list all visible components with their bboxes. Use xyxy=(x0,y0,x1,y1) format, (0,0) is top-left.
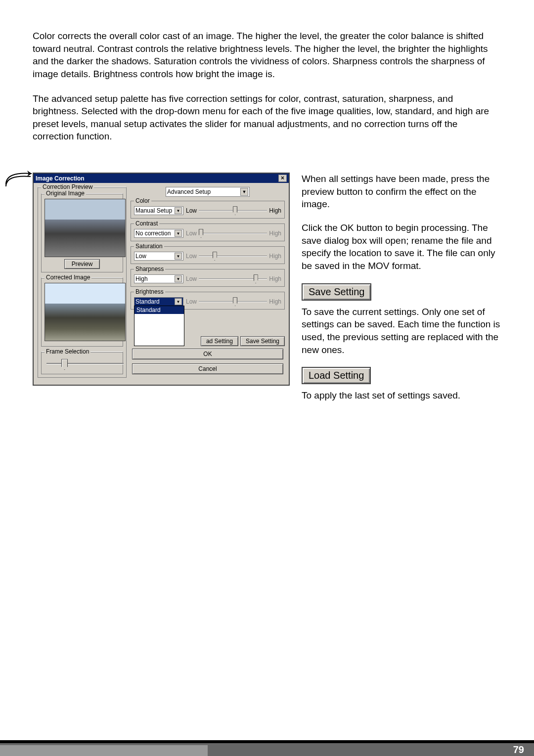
save-setting-button[interactable]: Save Setting xyxy=(240,336,285,346)
brightness-slider-thumb xyxy=(233,297,237,306)
load-setting-sample-button[interactable]: Load Setting xyxy=(302,367,371,384)
sharpness-group: Sharpness High ▼ Low High xyxy=(131,269,285,287)
pointer-arrow-icon xyxy=(5,168,44,187)
dialog-titlebar[interactable]: Image Correction × xyxy=(34,174,289,183)
sharpness-slider: Low High xyxy=(186,275,281,282)
slider-low-label: Low xyxy=(186,230,197,237)
setup-mode-select[interactable]: Advanced Setup ▼ xyxy=(166,187,250,197)
frame-slider[interactable] xyxy=(44,358,126,371)
brightness-select-value: Standard xyxy=(135,298,160,305)
chevron-down-icon[interactable]: ▼ xyxy=(175,275,182,282)
saturation-select-value: Low xyxy=(135,253,146,260)
save-setting-sample-button[interactable]: Save Setting xyxy=(302,283,371,301)
slider-high-label: High xyxy=(269,298,281,305)
slider-low-label: Low xyxy=(186,253,197,260)
cancel-button[interactable]: Cancel xyxy=(132,363,283,374)
brightness-slider: Low High xyxy=(186,298,281,305)
chevron-down-icon[interactable]: ▼ xyxy=(240,188,248,196)
frame-slider-thumb[interactable] xyxy=(61,359,68,370)
sharpness-slider-thumb xyxy=(254,274,258,283)
ok-button[interactable]: OK xyxy=(132,349,283,359)
contrast-slider: Low High xyxy=(186,230,281,237)
color-select-value: Manual Setup xyxy=(135,207,172,214)
saturation-group: Saturation Low ▼ Low High xyxy=(131,246,285,264)
chevron-down-icon[interactable]: ▼ xyxy=(175,253,182,260)
saturation-slider-thumb xyxy=(213,252,217,261)
sharpness-select-value: High xyxy=(135,275,148,282)
slider-high-label: High xyxy=(269,253,281,260)
brightness-dropdown-list[interactable]: Standard No correction Low High Manual S… xyxy=(134,306,184,346)
slider-high-label: High xyxy=(269,230,281,237)
brightness-group: Brightness Standard ▼ Standard No correc… xyxy=(131,292,285,310)
color-select[interactable]: Manual Setup ▼ xyxy=(134,206,183,215)
saturation-legend: Saturation xyxy=(134,243,164,250)
slider-high-label: High xyxy=(269,207,281,214)
right-paragraph-4: To apply the last set of settings saved. xyxy=(302,389,501,402)
saturation-select[interactable]: Low ▼ xyxy=(134,252,183,261)
chevron-down-icon[interactable]: ▼ xyxy=(175,230,182,237)
color-slider-thumb[interactable] xyxy=(233,206,237,215)
contrast-select-value: No correction xyxy=(135,230,171,237)
dropdown-option[interactable]: Standard xyxy=(134,306,184,314)
page-number: 79 xyxy=(513,744,524,756)
frame-selection-legend: Frame Selection xyxy=(44,348,90,355)
setup-mode-value: Advanced Setup xyxy=(167,188,211,195)
right-paragraph-3: To save the current settings. Only one s… xyxy=(302,306,501,356)
load-setting-button[interactable]: ad Setting xyxy=(201,336,238,346)
close-icon[interactable]: × xyxy=(278,175,287,182)
color-slider[interactable]: Low High xyxy=(186,207,281,214)
contrast-legend: Contrast xyxy=(134,220,159,227)
contrast-slider-thumb xyxy=(199,229,203,238)
preview-button[interactable]: Preview xyxy=(64,259,100,269)
correction-preview-group: Correction Preview Original Image Previe… xyxy=(38,187,127,378)
slider-low-label: Low xyxy=(186,298,197,305)
saturation-slider: Low High xyxy=(186,253,281,260)
original-image-thumbnail xyxy=(44,199,126,257)
image-correction-dialog: Image Correction × Correction Preview Or… xyxy=(33,173,290,386)
original-image-group: Original Image Preview xyxy=(41,193,123,272)
original-image-legend: Original Image xyxy=(44,190,86,197)
chevron-down-icon[interactable]: ▼ xyxy=(175,298,182,305)
corrected-image-legend: Corrected Image xyxy=(44,274,91,281)
chevron-down-icon[interactable]: ▼ xyxy=(175,207,182,214)
corrected-image-thumbnail xyxy=(44,283,126,341)
sharpness-select[interactable]: High ▼ xyxy=(134,274,183,283)
slider-low-label: Low xyxy=(186,207,197,214)
corrected-image-group: Corrected Image xyxy=(41,277,123,347)
body-paragraph-1: Color corrects the overall color cast of… xyxy=(33,30,501,81)
dropdown-option[interactable]: Low xyxy=(134,322,184,330)
slider-high-label: High xyxy=(269,275,281,282)
dropdown-option[interactable]: High xyxy=(134,330,184,338)
color-legend: Color xyxy=(134,197,151,204)
contrast-group: Contrast No correction ▼ Low High xyxy=(131,223,285,241)
dropdown-option[interactable]: No correction xyxy=(134,314,184,322)
color-group: Color Manual Setup ▼ Low High xyxy=(131,201,285,219)
footer-stub xyxy=(0,745,208,756)
right-paragraph-1: When all settings have been made, press … xyxy=(302,173,501,211)
right-paragraph-2: Click the OK button to begin processing.… xyxy=(302,222,501,272)
brightness-select[interactable]: Standard ▼ Standard No correction Low Hi… xyxy=(134,297,183,306)
sharpness-legend: Sharpness xyxy=(134,266,165,272)
dropdown-option[interactable]: Manual Setup xyxy=(134,338,184,346)
correction-preview-legend: Correction Preview xyxy=(41,183,94,190)
contrast-select[interactable]: No correction ▼ xyxy=(134,229,183,238)
slider-low-label: Low xyxy=(186,275,197,282)
page-footer: 79 xyxy=(0,740,534,756)
brightness-legend: Brightness xyxy=(134,288,165,295)
body-paragraph-2: The advanced setup palette has five corr… xyxy=(33,92,501,143)
frame-selection-group: Frame Selection xyxy=(41,352,123,374)
